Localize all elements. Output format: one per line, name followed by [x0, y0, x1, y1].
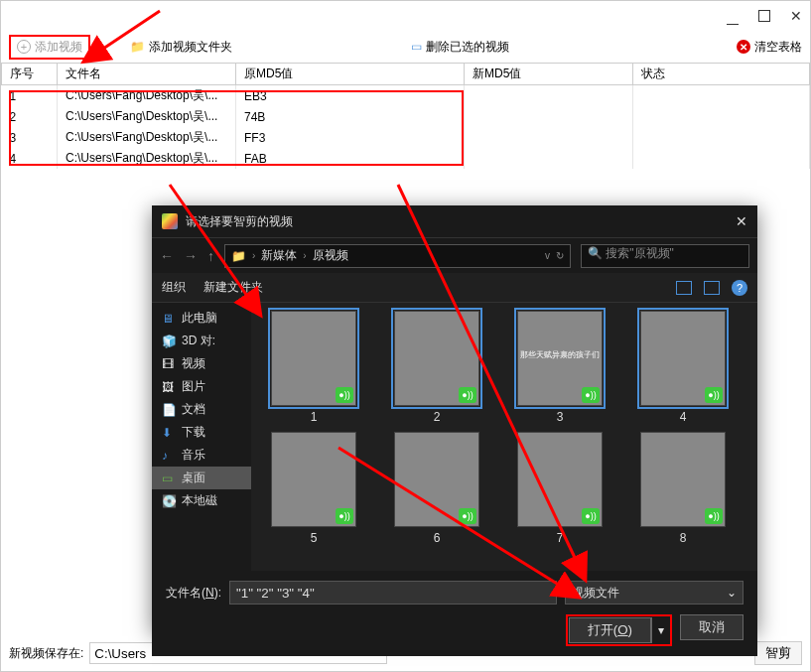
- clear-table-button[interactable]: ✕ 清空表格: [737, 39, 802, 56]
- chevron-down-icon: ⌄: [727, 586, 737, 600]
- table-row[interactable]: 3C:\Users\Fang\Desktop\吴\...FF3: [2, 127, 810, 148]
- music-icon: ♪: [162, 449, 176, 463]
- dialog-title: 请选择要智剪的视频: [186, 213, 293, 230]
- preview-button[interactable]: [704, 281, 720, 295]
- save-label: 新视频保存在:: [9, 645, 83, 662]
- file-thumb[interactable]: 那些天赋异禀的孩子们●))3: [505, 311, 614, 424]
- chevron-down-icon[interactable]: v: [545, 250, 550, 261]
- file-thumb[interactable]: ●))4: [628, 311, 738, 424]
- video-badge-icon: ●)): [582, 387, 600, 403]
- maximize-button[interactable]: [758, 10, 770, 22]
- close-button[interactable]: ✕: [790, 10, 802, 22]
- minimize-button[interactable]: [727, 13, 739, 25]
- th-newmd5[interactable]: 新MD5值: [465, 64, 633, 85]
- picture-icon: 🖼: [162, 380, 176, 394]
- organize-menu[interactable]: 组织: [162, 279, 186, 296]
- open-button-highlight: 打开(O) ▾: [566, 614, 672, 646]
- table-row[interactable]: 4C:\Users\Fang\Desktop\吴\...FAB: [2, 148, 810, 169]
- open-dropdown[interactable]: ▾: [651, 617, 669, 643]
- folder-icon: 📁: [130, 40, 145, 54]
- cancel-button[interactable]: 取消: [680, 614, 743, 640]
- back-button[interactable]: ←: [160, 248, 174, 264]
- filename-label: 文件名(N):: [166, 585, 221, 602]
- th-origmd5[interactable]: 原MD5值: [236, 64, 465, 85]
- search-input[interactable]: 🔍 搜索"原视频": [581, 244, 749, 268]
- toolbar: + 添加视频 📁 添加视频文件夹 ▭ 删除已选的视频 ✕ 清空表格: [1, 31, 810, 63]
- filetype-select[interactable]: 视频文件⌄: [565, 581, 743, 605]
- path-seg[interactable]: 原视频: [313, 247, 348, 264]
- delete-selected-button[interactable]: ▭ 删除已选的视频: [411, 39, 509, 56]
- folder-icon: 📁: [231, 249, 246, 263]
- chevron-right-icon: ›: [252, 250, 255, 261]
- video-icon: 🎞: [162, 357, 176, 371]
- video-table: 序号 文件名 原MD5值 新MD5值 状态 1C:\Users\Fang\Des…: [1, 63, 810, 169]
- file-thumb[interactable]: ●))7: [505, 432, 614, 545]
- desktop-icon: ▭: [162, 471, 176, 485]
- dialog-footer: 文件名(N): 视频文件⌄ 打开(O) ▾ 取消: [152, 571, 757, 656]
- th-status[interactable]: 状态: [633, 64, 810, 85]
- refresh-icon[interactable]: ↻: [556, 250, 564, 261]
- table-row[interactable]: 1C:\Users\Fang\Desktop\吴\...EB3: [2, 85, 810, 107]
- th-filename[interactable]: 文件名: [58, 64, 236, 85]
- filename-input[interactable]: [229, 581, 557, 605]
- file-thumb[interactable]: ●))8: [628, 432, 738, 545]
- sidebar-item-desktop[interactable]: ▭桌面: [152, 467, 251, 489]
- forward-button[interactable]: →: [184, 248, 198, 264]
- sidebar-item-localdisk[interactable]: 💽本地磁: [152, 489, 251, 512]
- open-button[interactable]: 打开(O): [569, 617, 651, 643]
- video-badge-icon: ●)): [459, 387, 476, 403]
- up-button[interactable]: ↑: [207, 248, 214, 264]
- file-thumb[interactable]: ●))2: [382, 311, 491, 424]
- dialog-nav: ← → ↑ 📁 › 新媒体 › 原视频 v ↻ 🔍 搜索"原视频": [152, 237, 757, 273]
- clear-label: 清空表格: [754, 39, 802, 56]
- add-video-button[interactable]: + 添加视频: [9, 35, 90, 60]
- video-badge-icon: ●)): [459, 508, 476, 524]
- chevron-right-icon: ›: [303, 250, 306, 261]
- file-thumb[interactable]: ●))5: [259, 432, 368, 545]
- plus-icon: +: [17, 40, 31, 54]
- help-icon[interactable]: ?: [732, 280, 747, 296]
- titlebar: ✕: [1, 1, 810, 31]
- sidebar-item-3d[interactable]: 🧊3D 对:: [152, 330, 251, 352]
- dialog-body: 🖥此电脑 🧊3D 对: 🎞视频 🖼图片 📄文档 ⬇下载 ♪音乐 ▭桌面 💽本地磁…: [152, 303, 757, 571]
- file-dialog: 请选择要智剪的视频 ✕ ← → ↑ 📁 › 新媒体 › 原视频 v ↻ 🔍 搜索…: [152, 205, 757, 632]
- sidebar-item-pictures[interactable]: 🖼图片: [152, 375, 251, 398]
- video-badge-icon: ●)): [705, 387, 723, 403]
- sidebar-item-music[interactable]: ♪音乐: [152, 444, 251, 467]
- add-video-label: 添加视频: [35, 39, 82, 56]
- view-button[interactable]: [676, 281, 692, 295]
- path-seg[interactable]: 新媒体: [261, 247, 297, 264]
- sidebar-item-documents[interactable]: 📄文档: [152, 398, 251, 421]
- cube-icon: 🧊: [162, 335, 176, 348]
- sidebar: 🖥此电脑 🧊3D 对: 🎞视频 🖼图片 📄文档 ⬇下载 ♪音乐 ▭桌面 💽本地磁: [152, 303, 251, 571]
- sidebar-item-videos[interactable]: 🎞视频: [152, 352, 251, 375]
- layers-icon: ▭: [411, 40, 422, 54]
- path-bar[interactable]: 📁 › 新媒体 › 原视频 v ↻: [224, 244, 571, 268]
- file-thumb[interactable]: ●))6: [382, 432, 491, 545]
- app-icon: [162, 213, 178, 229]
- th-index[interactable]: 序号: [2, 64, 58, 85]
- video-badge-icon: ●)): [336, 508, 353, 524]
- video-badge-icon: ●)): [582, 508, 600, 524]
- file-grid: ●))1 ●))2 那些天赋异禀的孩子们●))3 ●))4 ●))5 ●))6 …: [251, 303, 757, 571]
- download-icon: ⬇: [162, 426, 176, 440]
- video-badge-icon: ●)): [705, 508, 723, 524]
- delete-label: 删除已选的视频: [426, 39, 509, 56]
- add-folder-button[interactable]: 📁 添加视频文件夹: [130, 39, 232, 56]
- dialog-close-button[interactable]: ✕: [736, 213, 747, 229]
- video-badge-icon: ●)): [336, 387, 353, 403]
- file-thumb[interactable]: ●))1: [259, 311, 368, 424]
- pc-icon: 🖥: [162, 312, 176, 326]
- sidebar-item-thispc[interactable]: 🖥此电脑: [152, 307, 251, 330]
- dialog-titlebar: 请选择要智剪的视频 ✕: [152, 205, 757, 237]
- main-window: ✕ + 添加视频 📁 添加视频文件夹 ▭ 删除已选的视频 ✕ 清空表格 序号 文…: [0, 0, 811, 672]
- smart-cut-button[interactable]: 智剪: [754, 641, 802, 665]
- add-folder-label: 添加视频文件夹: [149, 39, 232, 56]
- newfolder-button[interactable]: 新建文件夹: [203, 279, 263, 296]
- document-icon: 📄: [162, 403, 176, 417]
- sidebar-item-downloads[interactable]: ⬇下载: [152, 421, 251, 444]
- table-row[interactable]: 2C:\Users\Fang\Desktop\吴\...74B: [2, 106, 810, 127]
- x-red-icon: ✕: [737, 40, 750, 54]
- disk-icon: 💽: [162, 494, 176, 508]
- dialog-toolbar: 组织 新建文件夹 ?: [152, 273, 757, 303]
